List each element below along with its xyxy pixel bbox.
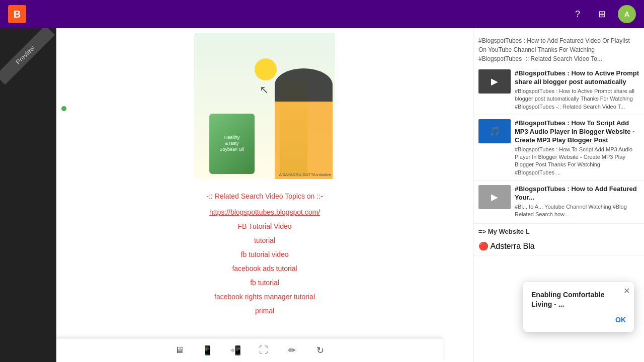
help-icon[interactable]: ?	[570, 6, 586, 22]
sidebar-thumb-2: 🎵	[478, 119, 511, 143]
center-content: Healthy&TastySoybean Oil ↖ A SAYADRU DUT…	[56, 28, 473, 362]
blogger-logo[interactable]: B	[8, 5, 26, 23]
yellow-circle	[255, 58, 277, 80]
popup-close-button[interactable]: ✕	[623, 286, 630, 296]
status-dot	[61, 106, 66, 111]
related-section: -:: Related Search Video Topics on ::- h…	[139, 184, 390, 323]
related-link-3[interactable]: facebook ads tutorial	[149, 261, 380, 276]
sidebar-desc-3: #Bl... to A... Youtube Channel Watching …	[515, 203, 639, 219]
popup-ok-button[interactable]: OK	[615, 316, 626, 324]
sidebar-desc-1: #BlogspotTubes : How to Active Prompt sh…	[515, 87, 639, 111]
bottom-toolbar: 🖥 📱 📲 ⛶ ✏ ↻	[56, 338, 443, 362]
preview-ribbon: Preview	[0, 25, 55, 84]
sidebar-text-1: #BlogspotTubes : How to Active Prompt sh…	[515, 69, 639, 111]
product-caption: A SAYADRU DUTTA initiative	[279, 172, 331, 177]
related-heading: -:: Related Search Video Topics on ::-	[149, 189, 380, 203]
product-image: Healthy&TastySoybean Oil ↖ A SAYADRU DUT…	[194, 33, 335, 179]
desktop-view-button[interactable]: 🖥	[170, 341, 188, 359]
popup-title: Enabling Comfortable Living - ...	[531, 290, 626, 310]
adsterra-link[interactable]: 🔴 Adsterra Bla	[478, 241, 535, 251]
top-icons: ? ⊞ A	[570, 5, 636, 23]
related-url[interactable]: https://blogspottubes.blogspot.com/	[149, 205, 380, 219]
sidebar-desc-2: #BlogspotTubes : How To Script Add MP3 A…	[515, 146, 639, 177]
related-link-1[interactable]: tutorial	[149, 233, 380, 247]
sidebar-title-2: #BlogspotTubes : How To Script Add MP3 A…	[515, 119, 639, 145]
related-link-6[interactable]: primal	[149, 304, 380, 318]
related-link-0[interactable]: FB Tutorial Video	[149, 219, 380, 233]
sidebar-item-2[interactable]: 🎵 #BlogspotTubes : How To Script Add MP3…	[473, 115, 644, 181]
tablet-view-button[interactable]: 📱	[198, 341, 216, 359]
sidebar-website-heading: => My Website L	[473, 223, 644, 237]
related-link-2[interactable]: fb tutorial video	[149, 247, 380, 261]
cursor: ↖	[260, 83, 269, 97]
sidebar-adsterra[interactable]: 🔴 Adsterra Bla	[473, 237, 644, 255]
product-image-container: Healthy&TastySoybean Oil ↖ A SAYADRU DUT…	[56, 33, 473, 179]
blogger-logo-letter: B	[14, 9, 21, 20]
edit-button[interactable]: ✏	[283, 341, 301, 359]
mobile-view-button[interactable]: 📲	[226, 341, 245, 359]
fullscreen-button[interactable]: ⛶	[255, 341, 273, 359]
preview-label: Preview	[14, 44, 36, 66]
sidebar-text-2: #BlogspotTubes : How To Script Add MP3 A…	[515, 119, 639, 176]
grid-icon[interactable]: ⊞	[594, 6, 610, 22]
sidebar-text-3: #BlogspotTubes : How to Add Featured You…	[515, 185, 639, 219]
sidebar-item[interactable]: ▶ #BlogspotTubes : How to Active Prompt …	[473, 65, 644, 115]
sidebar-title-3: #BlogspotTubes : How to Add Featured You…	[515, 185, 639, 202]
sidebar-thumb-1: ▶	[478, 69, 511, 94]
avatar[interactable]: A	[618, 5, 636, 23]
refresh-button[interactable]: ↻	[311, 341, 329, 359]
popup-overlay: ✕ Enabling Comfortable Living - ... OK	[523, 282, 634, 332]
left-panel: Preview	[0, 28, 56, 362]
related-link-4[interactable]: fb tutorial	[149, 276, 380, 290]
topbar: B ? ⊞ A	[0, 0, 644, 28]
sidebar-top-text: #BlogspotTubes : How to Add Featured Vid…	[473, 32, 644, 65]
sidebar-item-3[interactable]: ▶ #BlogspotTubes : How to Add Featured Y…	[473, 181, 644, 223]
related-link-5[interactable]: facebook rights manager tutorial	[149, 290, 380, 304]
sidebar-thumb-3: ▶	[478, 185, 511, 209]
sidebar-title-1: #BlogspotTubes : How to Active Prompt sh…	[515, 69, 639, 86]
